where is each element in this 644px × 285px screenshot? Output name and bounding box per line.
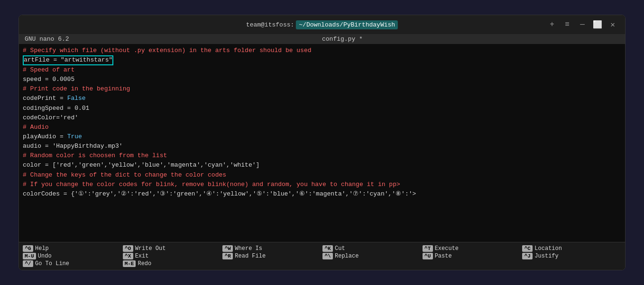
editor-line: # Change the keys of the dict to change … [23, 170, 621, 180]
shortcut-key: ^J [522, 253, 533, 259]
shortcut-key: ^\ [322, 253, 333, 259]
editor-line: codingSpeed = 0.01 [23, 104, 621, 113]
shortcut-label: Where Is [235, 245, 262, 252]
shortcut-label: Read File [235, 253, 266, 259]
shortcut-undo[interactable]: M-U Undo [23, 253, 122, 259]
editor-line: # Audio [23, 123, 621, 132]
shortcut-key: ^C [522, 245, 533, 252]
editor-line: speed = 0.0005 [23, 75, 621, 84]
shortcut-key: ^U [423, 253, 433, 259]
shortcut-help[interactable]: ^G Help [23, 245, 122, 252]
shortcut-label: Justify [534, 253, 558, 259]
nano-right [616, 36, 619, 43]
editor-line: color = ['red','green','yellow','blue','… [23, 160, 621, 170]
menu-button[interactable]: ≡ [562, 20, 572, 29]
shortcut-writeout[interactable]: ^O Write Out [123, 245, 222, 252]
shortcut-redo[interactable]: M-E Redo [123, 260, 222, 267]
shortcut-label: Paste [435, 253, 452, 259]
editor-line: # Random color is choosen from the list [23, 151, 621, 160]
shortcut-readfile[interactable]: ^R Read File [222, 253, 322, 259]
shortcut-label: Undo [38, 253, 52, 259]
shortcut-label: Exit [135, 253, 149, 259]
editor-line: playAudio = True [23, 132, 621, 142]
nano-filename: config.py * [322, 36, 363, 43]
minimize-button[interactable]: — [578, 20, 587, 29]
shortcut-cut[interactable]: ^K Cut [322, 245, 422, 252]
shortcut-label: Redo [138, 260, 151, 267]
shortcut-gotoline[interactable]: ^/ Go To Line [23, 260, 122, 267]
shortcut-label: Help [35, 245, 49, 252]
editor-line: codeColor='red' [23, 113, 621, 123]
shortcut-key: ^W [222, 245, 233, 252]
terminal-window: team@itsfoss:~/Downloads/PyBirthdayWish … [18, 15, 626, 270]
editor-line: colorCodes = {'①':'grey','②':'red','③':'… [23, 189, 621, 199]
editor-line: audio = 'HappyBirthday.mp3' [23, 142, 621, 151]
title-path: ~/Downloads/PyBirthdayWish [296, 20, 398, 29]
title-user: team@itsfoss: [246, 21, 294, 28]
editor-line: # Speed of art [23, 65, 621, 75]
editor-line: # If you change the color codes for blin… [23, 180, 621, 189]
highlighted-line: artFile = "artwithstars" [23, 55, 113, 65]
editor-line: artFile = "artwithstars" [23, 55, 621, 65]
shortcut-label: Write Out [135, 245, 166, 252]
close-button[interactable]: ✕ [608, 20, 617, 29]
titlebar-center: team@itsfoss:~/Downloads/PyBirthdayWish [246, 20, 398, 29]
shortcut-label: Replace [335, 253, 359, 259]
titlebar-right: + ≡ — ⬜ ✕ [547, 20, 617, 29]
shortcut-key: ^R [222, 253, 233, 259]
shortcut-exit[interactable]: ^X Exit [123, 253, 222, 259]
shortcut-label: Location [534, 245, 562, 252]
shortcut-label: Go To Line [35, 260, 69, 267]
editor-line: # Print code in the beginning [23, 84, 621, 94]
editor-area[interactable]: # Specify which file (without .py extens… [19, 44, 625, 242]
statusbar: ^G Help ^O Write Out ^W Where Is ^K Cut … [19, 242, 625, 270]
shortcut-location[interactable]: ^C Location [522, 245, 621, 252]
shortcut-whereis[interactable]: ^W Where Is [222, 245, 322, 252]
titlebar: team@itsfoss:~/Downloads/PyBirthdayWish … [19, 15, 625, 34]
shortcut-key: ^G [23, 245, 33, 252]
editor-line: # Specify which file (without .py extens… [23, 46, 621, 55]
shortcut-key: ^T [423, 245, 433, 252]
shortcut-key: ^/ [23, 260, 33, 267]
editor-line: codePrint = False [23, 94, 621, 103]
shortcut-justify[interactable]: ^J Justify [522, 253, 621, 259]
nano-header: GNU nano 6.2 config.py * [19, 34, 625, 44]
add-tab-button[interactable]: + [547, 20, 557, 29]
shortcut-paste[interactable]: ^U Paste [423, 253, 522, 259]
shortcut-key: ^X [123, 253, 133, 259]
shortcut-key: ^O [123, 245, 133, 252]
shortcut-key: M-U [23, 253, 36, 259]
shortcut-execute[interactable]: ^T Execute [423, 245, 522, 252]
shortcut-key: ^K [322, 245, 333, 252]
shortcut-label: Cut [335, 245, 345, 252]
shortcut-replace[interactable]: ^\ Replace [322, 253, 422, 259]
maximize-button[interactable]: ⬜ [593, 20, 602, 29]
shortcut-key: M-E [123, 260, 136, 267]
shortcut-label: Execute [435, 245, 459, 252]
nano-version: GNU nano 6.2 [25, 36, 69, 43]
